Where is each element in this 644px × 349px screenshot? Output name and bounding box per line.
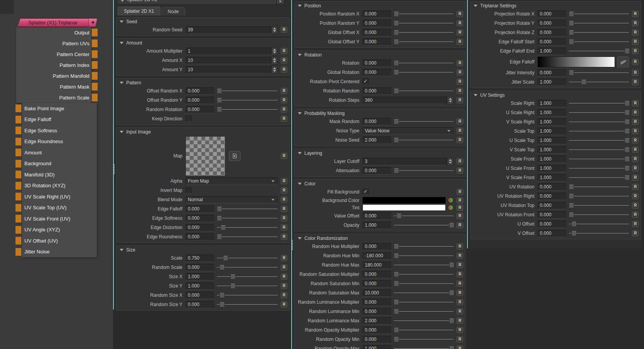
reset-button[interactable]: R — [457, 189, 463, 195]
slider-handle[interactable] — [394, 328, 399, 333]
value-field[interactable]: 1.000 — [185, 273, 214, 281]
slider[interactable] — [569, 29, 629, 36]
value-field[interactable]: 0.000 — [538, 183, 566, 191]
section-header[interactable]: Position — [296, 2, 464, 9]
value-field[interactable]: 0.000 — [538, 29, 566, 36]
value-field[interactable]: 1.000 — [538, 137, 566, 144]
slider-handle[interactable] — [394, 119, 399, 124]
slider[interactable] — [569, 147, 629, 153]
value-field[interactable]: 1.000 — [362, 222, 391, 229]
slider-handle[interactable] — [572, 231, 577, 236]
reset-button[interactable]: R — [457, 213, 463, 219]
value-field[interactable]: 0.000 — [538, 202, 566, 209]
value-field[interactable]: 0.000 — [185, 233, 214, 241]
slider[interactable] — [394, 308, 453, 315]
panel-collapsed-header[interactable]: Splatter 2D X1 — [118, 0, 276, 3]
section-header[interactable]: Triplanar Settings — [472, 2, 639, 9]
slider[interactable] — [217, 106, 278, 113]
stepper-buttons[interactable] — [447, 157, 453, 166]
slider-handle[interactable] — [625, 157, 630, 162]
value-field[interactable]: 1.000 — [538, 48, 566, 55]
slider[interactable] — [569, 11, 629, 17]
reset-button[interactable]: R — [632, 79, 639, 85]
reset-button[interactable]: R — [457, 336, 463, 342]
slider-handle[interactable] — [581, 80, 586, 85]
reset-button[interactable]: R — [457, 281, 463, 287]
reset-button[interactable]: R — [457, 308, 463, 315]
slider[interactable] — [569, 48, 629, 55]
stepper-buttons[interactable] — [271, 47, 278, 55]
slider-handle[interactable] — [625, 166, 630, 171]
stepper-buttons[interactable] — [447, 96, 453, 104]
node-graph-canvas[interactable]: Splatter (X1) Triplanar + OutputPattern … — [0, 0, 113, 349]
dropdown[interactable]: Value Noise — [362, 127, 453, 135]
slider-handle[interactable] — [625, 110, 630, 115]
slider[interactable] — [394, 39, 453, 45]
slider[interactable] — [569, 100, 629, 107]
reset-button[interactable]: R — [281, 274, 287, 280]
value-field[interactable]: 1.000 — [538, 118, 566, 126]
slider-handle[interactable] — [394, 309, 399, 314]
reset-button[interactable]: R — [281, 264, 287, 270]
value-field[interactable]: 0.000 — [538, 230, 566, 237]
value-field[interactable]: 0.000 — [185, 292, 214, 299]
slider-handle[interactable] — [569, 194, 574, 199]
reset-button[interactable]: R — [281, 187, 287, 193]
value-field[interactable]: 10.000 — [362, 289, 391, 297]
reset-button[interactable]: R — [281, 57, 287, 63]
value-field[interactable]: 0.000 — [362, 212, 391, 220]
reset-button[interactable]: R — [457, 290, 463, 296]
input-port-connector[interactable] — [15, 215, 21, 222]
slider-handle[interactable] — [625, 120, 630, 125]
slider[interactable] — [394, 168, 453, 174]
slider-handle[interactable] — [449, 263, 454, 268]
value-field[interactable]: 0.000 — [538, 10, 566, 18]
slider[interactable] — [569, 221, 629, 228]
section-header[interactable]: Seed — [118, 18, 288, 25]
slider[interactable] — [394, 271, 453, 278]
checkbox[interactable]: ✓ — [362, 79, 369, 85]
value-field[interactable]: 1.000 — [538, 165, 566, 172]
value-field[interactable]: 0.000 — [538, 221, 566, 228]
slider[interactable] — [394, 336, 453, 343]
slider-handle[interactable] — [217, 98, 222, 103]
reset-button[interactable]: R — [457, 39, 463, 45]
section-header[interactable]: Rotation — [296, 51, 464, 58]
value-field[interactable]: 0.000 — [362, 243, 391, 250]
reset-button[interactable]: R — [281, 88, 287, 94]
reset-button[interactable]: R — [632, 137, 639, 144]
slider[interactable] — [394, 253, 453, 259]
slider-handle[interactable] — [569, 212, 574, 217]
slider[interactable] — [217, 264, 278, 271]
value-field[interactable]: 0.000 — [538, 69, 566, 77]
reset-button[interactable]: R — [457, 118, 463, 125]
slider-handle[interactable] — [217, 216, 222, 221]
slider-handle[interactable] — [394, 300, 399, 305]
slider-handle[interactable] — [569, 203, 574, 208]
slider[interactable] — [569, 70, 629, 76]
value-field[interactable]: 0.000 — [362, 29, 391, 36]
slider-handle[interactable] — [217, 207, 222, 212]
reset-button[interactable]: R — [457, 88, 463, 94]
value-field[interactable]: 0.000 — [185, 87, 214, 95]
slider-handle[interactable] — [394, 272, 399, 277]
slider-handle[interactable] — [394, 89, 399, 94]
reset-button[interactable]: R — [632, 59, 639, 65]
slider[interactable] — [569, 79, 629, 86]
input-port-connector[interactable] — [15, 116, 21, 123]
reset-button[interactable]: R — [457, 222, 463, 228]
reset-button[interactable]: R — [281, 283, 287, 289]
reset-button[interactable]: R — [457, 197, 463, 204]
slider-handle[interactable] — [230, 274, 235, 279]
slider[interactable] — [217, 283, 278, 289]
value-field[interactable]: 0.000 — [185, 215, 214, 222]
slider[interactable] — [394, 346, 453, 349]
reset-button[interactable]: R — [281, 106, 287, 113]
checkbox[interactable] — [185, 116, 192, 122]
slider-handle[interactable] — [569, 30, 574, 35]
value-field[interactable]: 0.000 — [362, 327, 391, 334]
slider-handle[interactable] — [394, 281, 399, 286]
slider[interactable] — [569, 128, 629, 135]
checkbox[interactable] — [185, 187, 192, 193]
slider[interactable] — [394, 11, 453, 17]
